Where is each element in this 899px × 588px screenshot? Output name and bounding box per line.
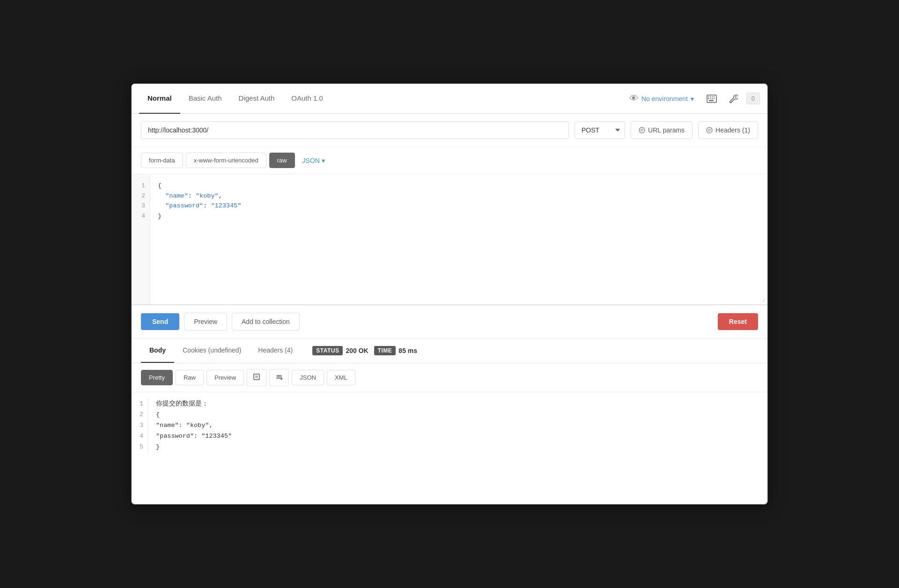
tab-oauth[interactable]: OAuth 1.0: [283, 84, 332, 114]
svg-rect-3: [712, 96, 713, 97]
resp-line-5: }: [156, 443, 160, 450]
json-type-dropdown[interactable]: JSON ▾: [298, 153, 330, 168]
resize-handle[interactable]: ⌟: [761, 294, 766, 303]
format-form-data[interactable]: form-data: [141, 153, 183, 168]
time-badge: TIME 85 ms: [374, 346, 417, 355]
tab-digest-auth[interactable]: Digest Auth: [230, 84, 283, 114]
time-value: 85 ms: [398, 347, 417, 354]
resp-line-4: "password": "123345": [156, 433, 232, 440]
environment-label: No environment: [641, 95, 688, 103]
resp-pretty-btn[interactable]: Pretty: [141, 370, 173, 385]
resp-tab-headers[interactable]: Headers (4): [250, 338, 301, 363]
format-urlencoded[interactable]: x-www-form-urlencoded: [186, 153, 266, 168]
add-to-collection-button[interactable]: Add to collection: [232, 313, 300, 331]
send-button[interactable]: Send: [141, 313, 179, 330]
url-params-label: URL params: [648, 126, 685, 134]
svg-rect-9: [709, 100, 714, 101]
headers-label: Headers (1): [715, 126, 750, 134]
format-raw[interactable]: raw: [269, 153, 295, 168]
nav-icons: 0: [703, 90, 760, 107]
tab-basic-auth[interactable]: Basic Auth: [180, 84, 230, 114]
resp-screenshot-btn[interactable]: [247, 369, 266, 386]
code-content[interactable]: { "name": "koby", "password": "123345" }: [150, 174, 767, 304]
headers-button[interactable]: Headers (1): [698, 121, 758, 139]
json-label: JSON: [302, 157, 320, 164]
code-editor[interactable]: 1 2 3 4 { "name": "koby", "password": "1…: [132, 174, 767, 305]
url-bar: POST GET PUT DELETE PATCH HEAD OPTIONS U…: [132, 114, 767, 147]
preview-button[interactable]: Preview: [184, 313, 227, 331]
environment-selector[interactable]: 👁 No environment ▾: [629, 93, 694, 104]
resp-line-1: 你提交的数据是：: [156, 400, 208, 407]
resp-line-numbers: 1 2 3 4 5: [132, 399, 148, 453]
resp-xml-btn[interactable]: XML: [327, 370, 355, 385]
resp-raw-btn[interactable]: Raw: [176, 370, 204, 385]
resp-format-bar: Pretty Raw Preview JSON XML: [132, 363, 767, 392]
resp-code-content: 你提交的数据是： { "name": "koby", "password": "…: [148, 399, 767, 453]
svg-rect-1: [708, 96, 709, 97]
svg-rect-6: [710, 98, 711, 99]
format-bar: form-data x-www-form-urlencoded raw JSON…: [132, 147, 767, 174]
resp-json-btn[interactable]: JSON: [292, 370, 324, 385]
eye-icon: 👁: [629, 93, 639, 104]
resp-tab-cookies[interactable]: Cookies (undefined): [174, 338, 250, 363]
json-arrow: ▾: [322, 157, 325, 164]
svg-rect-5: [708, 98, 709, 99]
url-params-button[interactable]: URL params: [631, 121, 693, 139]
status-value: 200 OK: [346, 347, 368, 354]
response-section: Body Cookies (undefined) Headers (4) STA…: [132, 338, 767, 459]
resp-list-btn[interactable]: [269, 369, 289, 386]
method-select[interactable]: POST GET PUT DELETE PATCH HEAD OPTIONS: [575, 121, 625, 139]
resp-preview-btn[interactable]: Preview: [206, 370, 244, 385]
line-numbers: 1 2 3 4: [132, 174, 150, 304]
reset-button[interactable]: Reset: [718, 313, 758, 330]
svg-rect-14: [255, 375, 258, 378]
wrench-icon-btn[interactable]: [725, 90, 742, 107]
svg-point-10: [735, 96, 737, 97]
resp-tab-body[interactable]: Body: [141, 338, 174, 363]
resp-line-3: "name": "koby",: [156, 422, 213, 429]
env-dropdown-arrow: ▾: [691, 95, 694, 103]
svg-rect-4: [714, 96, 715, 97]
svg-rect-2: [710, 96, 711, 97]
app-window: Normal Basic Auth Digest Auth OAuth 1.0 …: [131, 83, 768, 505]
time-label: TIME: [374, 346, 396, 355]
resp-body: 1 2 3 4 5 你提交的数据是： { "name": "koby", "pa…: [132, 392, 767, 459]
action-bar: Send Preview Add to collection Reset: [132, 305, 767, 338]
svg-rect-7: [712, 98, 713, 99]
notification-badge: 0: [746, 93, 760, 104]
resp-line-2: {: [156, 411, 160, 418]
tab-normal[interactable]: Normal: [139, 84, 180, 114]
keyboard-icon-btn[interactable]: [703, 90, 720, 107]
top-nav: Normal Basic Auth Digest Auth OAuth 1.0 …: [132, 84, 767, 114]
status-label: STATUS: [312, 346, 343, 355]
status-badge: STATUS 200 OK: [312, 346, 368, 355]
status-badges: STATUS 200 OK TIME 85 ms: [312, 346, 417, 355]
url-input[interactable]: [141, 121, 569, 139]
svg-rect-8: [714, 98, 715, 99]
response-tabs: Body Cookies (undefined) Headers (4) STA…: [132, 338, 767, 363]
